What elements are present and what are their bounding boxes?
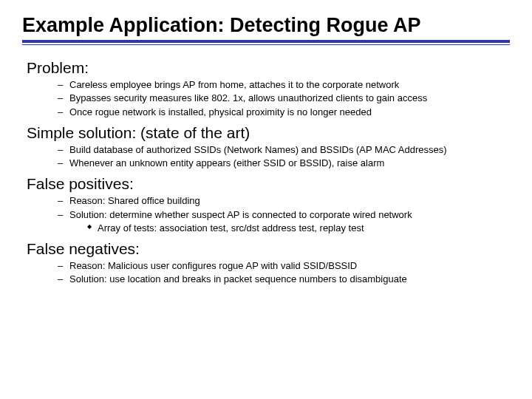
list-item: Reason: Shared office building [58,194,510,208]
section-heading-problem: Problem: [27,58,510,77]
title-rule-thin [22,44,510,45]
list-item: Array of tests: association test, src/ds… [87,222,510,235]
simple-solution-list: Build database of authorized SSIDs (Netw… [22,143,510,170]
title-rule-thick [22,40,510,43]
section-heading-simple-solution: Simple solution: (state of the art) [27,123,510,142]
list-item-text: Solution: determine whether suspect AP i… [69,209,412,220]
list-item: Whenever an unknown entity appears (eith… [58,157,510,170]
list-item: Careless employee brings AP from home, a… [58,78,510,92]
list-item: Build database of authorized SSIDs (Netw… [58,143,510,157]
section-heading-false-negatives: False negatives: [27,239,510,258]
false-positives-sublist: Array of tests: association test, src/ds… [69,222,510,235]
list-item: Once rogue network is installed, physica… [58,106,510,119]
problem-list: Careless employee brings AP from home, a… [22,78,510,119]
slide-title: Example Application: Detecting Rogue AP [22,15,510,37]
list-item: Solution: determine whether suspect AP i… [58,208,510,235]
slide: Example Application: Detecting Rogue AP … [0,0,532,399]
list-item: Bypasses security measures like 802. 1x,… [58,92,510,105]
list-item: Solution: use location and breaks in pac… [58,273,510,286]
false-positives-list: Reason: Shared office building Solution:… [22,194,510,235]
section-heading-false-positives: False positives: [27,174,510,193]
list-item: Reason: Malicious user configures rogue … [58,259,510,273]
false-negatives-list: Reason: Malicious user configures rogue … [22,259,510,286]
